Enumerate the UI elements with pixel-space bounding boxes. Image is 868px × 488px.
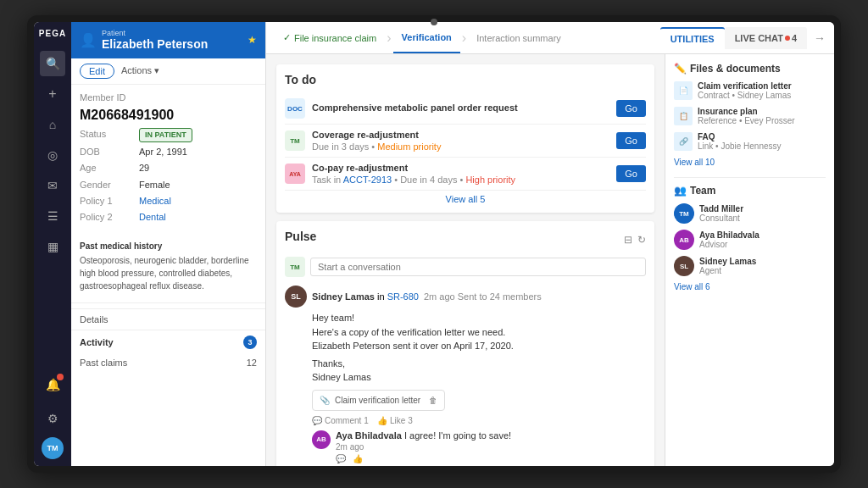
message-footer-1: 💬 Comment 1 👍 Like 3 [312,416,646,425]
user-avatar[interactable]: TM [42,437,64,459]
step-verification-label: Verification [402,32,452,42]
workflow-nav: ✓ File insurance claim › Verification › … [266,22,834,54]
priority-high: High priority [465,175,515,185]
sidebar-item-chart[interactable]: ▦ [40,234,65,259]
refresh-icon[interactable]: ↻ [637,234,646,246]
sidebar: PEGA 🔍 + ⌂ ◎ ✉ ☰ ▦ [34,22,71,466]
actions-button[interactable]: Actions ▾ [121,65,159,76]
patient-name: Elizabeth Peterson [102,37,208,52]
todo-meta-3: Task in ACCT-2913 • Due in 4 days • High… [312,175,609,185]
edit-button[interactable]: Edit [80,64,114,79]
past-claims-row: Past claims 12 [71,354,265,371]
team-info-3: Sidney Lamas Agent [699,257,756,275]
livechat-tab-button[interactable]: LIVE CHAT 4 [725,27,807,49]
status-label: Status [80,128,139,142]
reply-block: AB Aya Bhiladvala I agree! I'm going to … [312,430,646,463]
gear-icon: ⚙ [47,412,58,425]
reply-time: 2m ago [336,442,646,452]
acct-link[interactable]: ACCT-2913 [343,175,392,185]
sidebar-item-home[interactable]: ⌂ [40,112,65,137]
dob-row: DOB Apr 2, 1991 [80,146,257,158]
team-title: 👥 Team [674,185,826,197]
todo-item-1: DOC Comprehensive metabolic panel order … [285,93,646,125]
comment-action[interactable]: 💬 Comment 1 [312,416,369,425]
todo-go-button-3[interactable]: Go [616,165,646,182]
todo-go-button-1[interactable]: Go [616,100,646,117]
sidebar-item-docs[interactable]: ☰ [40,203,65,229]
reply-content: Aya Bhiladvala I agree! I'm going to sav… [336,430,646,463]
team-name-1: Tadd Miller [699,204,743,214]
todo-go-button-2[interactable]: Go [616,132,646,149]
notifications-icon[interactable]: 🔔 [40,372,65,397]
doc-item-3: 🔗 FAQ Link • Jobie Hennessy [674,132,826,151]
chart-icon: ▦ [47,240,58,253]
like-action[interactable]: 👍 Like 3 [377,416,413,425]
workflow-step-file[interactable]: ✓ File insurance claim [275,22,385,53]
doc-icon-3: 🔗 [674,132,693,151]
notification-dot [57,374,64,380]
doc-meta-1: Contract • Sidney Lamas [698,91,792,100]
expand-icon[interactable]: → [814,31,826,45]
filter-icon[interactable]: ⊟ [624,234,632,246]
message-link-1[interactable]: SR-680 [387,291,419,302]
comment-count: 1 [364,416,369,425]
reply-comment-icon[interactable]: 💬 [336,454,346,463]
pulse-input[interactable] [310,258,646,276]
attachment-delete-icon[interactable]: 🗑 [429,394,437,407]
history-text: Osteoporosis, neurogenic bladder, border… [80,254,257,292]
workflow-step-verification[interactable]: Verification [393,22,460,53]
doc-title-2: Insurance plan [698,107,795,116]
doc-icon-1: 📄 [674,81,693,100]
team-avatar-3: SL [674,256,694,276]
favorite-icon[interactable]: ★ [248,34,257,46]
pulse-actions: ⊟ ↻ [624,234,646,246]
settings-icon[interactable]: ⚙ [40,406,65,431]
gender-row: Gender Female [80,179,257,191]
todo-content-1: Comprehensive metabolic panel order requ… [312,103,609,114]
reply-like-icon[interactable]: 👍 [353,454,363,463]
message-in-label: in [377,291,387,302]
details-section[interactable]: Details [71,308,265,330]
policy1-link[interactable]: Medical [139,195,171,208]
activity-section[interactable]: Activity 3 [71,330,265,354]
utilities-tabs: UTILITIES LIVE CHAT 4 [660,27,807,49]
pulse-user-avatar: TM [285,257,305,277]
patient-icon: 👤 [80,32,97,48]
medical-history: Past medical history Osteoporosis, neuro… [71,235,265,297]
past-claims-count: 12 [247,358,257,368]
main-content: ✓ File insurance claim › Verification › … [266,22,834,466]
team-member-3: SL Sidney Lamas Agent [674,256,826,276]
todo-title-2: Coverage re-adjustment [312,130,609,140]
team-role-2: Advisor [699,240,760,249]
message-avatar-1: SL [285,286,307,308]
todo-item-3: AYA Co-pay re-adjustment Task in ACCT-29… [285,158,646,191]
activity-label: Activity [80,337,114,347]
reply-author: Aya Bhiladvala [336,430,402,441]
right-panel: ✏️ Files & documents 📄 Claim verificatio… [665,54,834,466]
policy2-link[interactable]: Dental [139,211,166,224]
todo-avatar-3: AYA [285,164,305,184]
livechat-dot [785,36,790,41]
todo-avatar-1: DOC [285,98,305,119]
message-author-1: Sidney Lamas [312,291,377,302]
chevron-icon-1: › [387,30,391,46]
sidebar-item-search[interactable]: 🔍 [40,51,65,76]
team-section: 👥 Team TM Tadd Miller Consultant AB [674,185,826,291]
sidebar-item-mail[interactable]: ✉ [40,173,65,198]
utilities-tab-button[interactable]: UTILITIES [660,27,725,49]
attachment-icon: 📎 [320,394,330,407]
status-badge: IN PATIENT [139,128,192,142]
like-label: Like [390,416,405,425]
team-member-2: AB Aya Bhiladvala Advisor [674,230,826,250]
age-row: Age 29 [80,162,257,175]
team-view-all[interactable]: View all 6 [674,282,826,291]
doc-info-3: FAQ Link • Jobie Hennessy [698,132,782,151]
status-row: Status IN PATIENT [80,128,257,142]
sidebar-item-globe[interactable]: ◎ [40,142,65,168]
files-view-all[interactable]: View all 10 [674,158,826,167]
monitor: PEGA 🔍 + ⌂ ◎ ✉ ☰ ▦ [27,15,841,473]
todo-content-2: Coverage re-adjustment Due in 3 days • M… [312,130,609,152]
sidebar-item-add[interactable]: + [40,81,65,107]
view-all-link[interactable]: View all 5 [285,191,646,204]
workflow-step-interaction[interactable]: Interaction summary [468,22,570,53]
